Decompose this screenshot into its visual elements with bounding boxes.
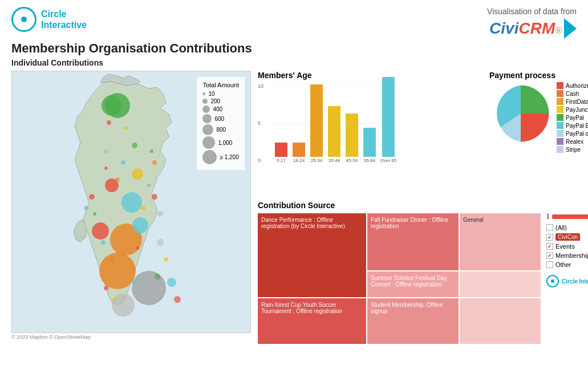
filter-list: (All) ✓ CiviCon ✓ Events ✓: [546, 224, 588, 268]
svg-point-19: [141, 206, 145, 210]
footer-brand-name: Circle Interactive ©2023: [562, 278, 588, 285]
filter-label-other: Other: [555, 261, 571, 268]
filter-label-memberships: Memberships: [555, 252, 588, 259]
svg-point-10: [132, 168, 143, 180]
svg-point-13: [132, 143, 137, 148]
vis-label: Visualisation of data from: [487, 7, 577, 16]
svg-point-4: [132, 271, 166, 305]
svg-point-11: [107, 120, 111, 125]
svg-point-9: [92, 222, 109, 240]
svg-point-6: [121, 192, 142, 213]
svg-point-15: [104, 167, 108, 170]
map-copyright: © 2023 Mapbox © OpenStreetMap: [11, 334, 251, 340]
svg-point-21: [101, 240, 106, 245]
svg-point-22: [109, 257, 115, 262]
bar-chart-bars: 0-17 18-24 25-34: [274, 83, 397, 163]
svg-point-26: [155, 274, 160, 279]
civicrm-logo: CiviCRM®: [489, 19, 562, 38]
checkbox-all[interactable]: [546, 224, 553, 231]
svg-point-3: [99, 253, 136, 289]
contribution-title: Contribution Source: [258, 201, 588, 210]
treemap: Dance Performance : Offline registration…: [258, 213, 541, 344]
treemap-cell-summer: Summer Solstice Festival Day Concert : O…: [367, 271, 459, 297]
filter-item-all[interactable]: (All): [546, 224, 588, 231]
checkbox-events[interactable]: ✓: [546, 243, 553, 250]
civicrm-arrow-icon: [564, 18, 577, 39]
filter-item-memberships[interactable]: ✓ Memberships: [546, 252, 588, 259]
svg-point-33: [150, 149, 153, 153]
treemap-cell-rainforest: Rain-forest Cup Youth Soccer Tournament …: [258, 298, 366, 344]
svg-point-25: [164, 257, 168, 262]
slider-bar[interactable]: 1 32: [546, 213, 588, 220]
age-chart-title: Members' Age: [258, 71, 484, 80]
slider-track[interactable]: [552, 214, 588, 219]
filter-item-civicon[interactable]: ✓ CiviCon: [546, 233, 588, 241]
footer-logo-icon: [546, 275, 559, 287]
filter-label-all: (All): [555, 224, 567, 231]
svg-point-23: [136, 246, 139, 250]
svg-point-30: [167, 278, 176, 287]
slider-min: 1: [546, 213, 550, 220]
svg-point-18: [152, 194, 157, 200]
bottom-brand: Circle Interactive ©2023: [546, 275, 588, 287]
svg-point-20: [93, 212, 96, 216]
svg-point-16: [115, 177, 120, 182]
svg-point-7: [132, 217, 148, 233]
checkbox-other[interactable]: [546, 261, 553, 268]
payment-section: Payment process: [489, 71, 588, 196]
treemap-cell-student: Student Membership: Offline signup: [367, 298, 459, 344]
payment-legend: Authorize.Net Cash FirstData PayJunction…: [557, 82, 588, 154]
age-chart-section: Members' Age 10 5 0: [258, 71, 484, 196]
checkbox-civicon[interactable]: ✓: [546, 234, 553, 241]
filter-tag-civicon: CiviCon: [555, 233, 580, 241]
svg-point-14: [121, 160, 125, 165]
payment-pie-chart: [489, 82, 552, 145]
brand-name: Circle Interactive: [41, 9, 87, 30]
checkbox-memberships[interactable]: ✓: [546, 252, 553, 259]
y-axis: 10 5 0: [258, 83, 263, 163]
contribution-section: Contribution Source Dance Performance : …: [258, 201, 588, 344]
logo-icon: [11, 7, 37, 32]
filter-item-other[interactable]: Other: [546, 261, 588, 268]
payment-title: Payment process: [489, 71, 588, 80]
svg-point-34: [152, 160, 157, 165]
svg-point-31: [174, 296, 181, 303]
svg-point-12: [124, 127, 128, 130]
treemap-cell-general: General: [460, 213, 541, 270]
filter-panel: 1 32 (All) ✓: [546, 213, 588, 344]
filter-label-events: Events: [555, 243, 575, 250]
section-title: Individual Contributions: [0, 58, 588, 71]
filter-item-events[interactable]: ✓ Events: [546, 243, 588, 250]
svg-point-27: [132, 280, 137, 285]
treemap-cell-fall: Fall Fundraiser Dinner : Offline registr…: [367, 213, 459, 270]
map-container[interactable]: Total Amount 10 200 400 600 800 1,000 ≥ …: [11, 71, 251, 333]
page-title: Membership Organisation Contributions: [0, 41, 588, 58]
treemap-cell-empty-bottom: [460, 298, 541, 344]
svg-point-24: [157, 239, 164, 246]
svg-point-35: [89, 194, 95, 200]
map-section: Total Amount 10 200 400 600 800 1,000 ≥ …: [11, 71, 251, 350]
svg-point-28: [104, 286, 108, 290]
svg-point-38: [102, 95, 122, 116]
svg-point-17: [147, 184, 151, 187]
treemap-cell-empty-top: [460, 271, 541, 297]
map-legend: Total Amount 10 200 400 600 800 1,000 ≥ …: [197, 77, 245, 170]
treemap-cell-dance: Dance Performance : Offline registration…: [258, 213, 366, 297]
svg-point-37: [157, 211, 163, 217]
svg-point-29: [113, 298, 116, 301]
svg-point-32: [104, 149, 108, 153]
svg-point-36: [84, 206, 88, 210]
legend-title: Total Amount: [202, 82, 239, 88]
svg-point-5: [112, 294, 135, 317]
